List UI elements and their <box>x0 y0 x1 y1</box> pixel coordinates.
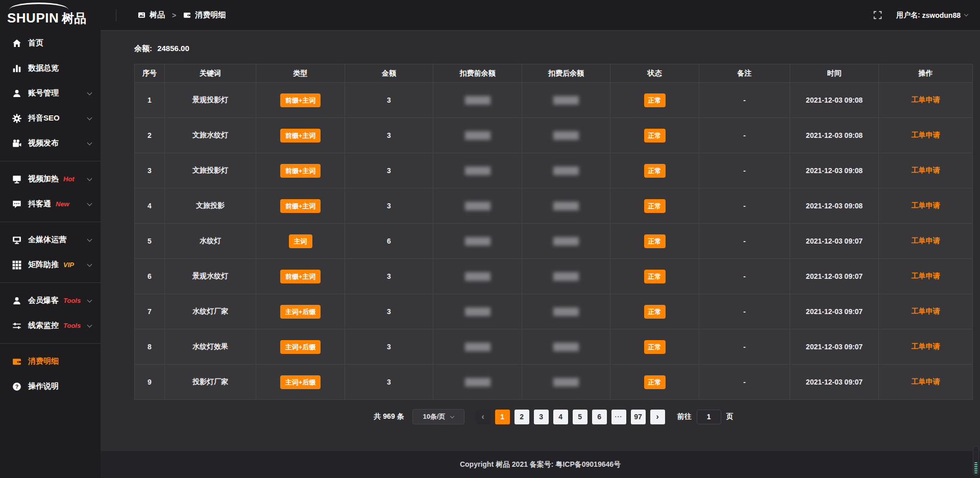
page-button-1[interactable]: 1 <box>495 410 510 424</box>
sidebar-item-tag: VIP <box>63 261 74 269</box>
ticket-apply-link[interactable]: 工单申请 <box>912 95 940 104</box>
page-button-6[interactable]: 6 <box>592 410 607 424</box>
cell-balance-before <box>433 153 522 188</box>
more-pages-button[interactable]: ··· <box>611 410 626 424</box>
cell-action: 工单申请 <box>879 294 973 329</box>
consumption-table: 序号关键词类型金额扣费前余额扣费后余额状态备注时间操作 1景观投影灯前缀+主词3… <box>134 64 973 400</box>
sidebar-menu: 首页数据总览账号管理抖音SEO视频发布视频加热Hot抖客通New全媒体运营矩阵助… <box>0 31 101 399</box>
chevron-down-icon <box>450 414 454 418</box>
sidebar-item-lead-monitor[interactable]: 线索监控Tools <box>0 313 101 338</box>
chevron-down-icon <box>87 115 92 120</box>
floating-side-widget[interactable] <box>973 446 979 475</box>
sidebar-item-home[interactable]: 首页 <box>0 31 101 56</box>
brand-logo[interactable]: SHUPIN 树品 <box>0 0 101 28</box>
cell-status: 正常 <box>610 259 699 294</box>
widget-stripes <box>974 462 977 473</box>
cell-amount: 3 <box>345 188 433 224</box>
cell-remark: - <box>699 118 790 153</box>
cell-keyword: 水纹灯 <box>165 224 256 259</box>
sidebar-item-label: 首页 <box>28 38 43 48</box>
chevron-left-icon: ‹ <box>481 412 484 421</box>
sidebar-item-data-overview[interactable]: 数据总览 <box>0 56 101 81</box>
ticket-apply-link[interactable]: 工单申请 <box>912 131 940 139</box>
sidebar-item-label: 线索监控 <box>28 321 59 330</box>
ticket-apply-link[interactable]: 工单申请 <box>912 342 940 350</box>
sidebar-item-label: 会员爆客 <box>28 296 59 305</box>
fullscreen-icon[interactable] <box>873 11 882 19</box>
chevron-down-icon <box>87 236 92 242</box>
cell-amount: 3 <box>345 153 433 188</box>
cell-time: 2021-12-03 09:07 <box>790 294 879 329</box>
topbar-right: 用户名: zswodun88 <box>873 11 968 20</box>
wallet-icon <box>183 11 191 19</box>
prev-page-button[interactable]: ‹ <box>476 410 491 424</box>
grid-icon <box>12 260 21 270</box>
sidebar-item-label: 视频加热 <box>28 174 59 184</box>
cell-amount: 3 <box>345 294 433 329</box>
logo-arc <box>9 3 68 10</box>
sidebar-divider <box>0 343 101 344</box>
masked-value <box>465 307 491 316</box>
page-button-3[interactable]: 3 <box>534 410 549 424</box>
ticket-apply-link[interactable]: 工单申请 <box>912 377 940 386</box>
ticket-apply-link[interactable]: 工单申请 <box>912 236 940 245</box>
masked-value <box>553 96 579 105</box>
breadcrumb-item-brand[interactable]: 树品 <box>138 10 165 20</box>
masked-value <box>465 237 491 246</box>
cell-balance-after <box>522 83 610 118</box>
cell-balance-after <box>522 153 610 188</box>
cell-remark: - <box>699 365 790 400</box>
user-icon <box>12 89 21 98</box>
main-content: 余额: 24856.00 序号关键词类型金额扣费前余额扣费后余额状态备注时间操作… <box>101 31 980 451</box>
jump-suffix-label: 页 <box>726 412 733 421</box>
sidebar-item-video-heating[interactable]: 视频加热Hot <box>0 166 101 192</box>
sidebar-item-operation-guide[interactable]: ?操作说明 <box>0 374 101 399</box>
topbar: 树品>消费明细 用户名: zswodun88 <box>101 0 980 31</box>
cell-amount: 3 <box>345 83 433 118</box>
page-size-select[interactable]: 10条/页 <box>412 409 464 424</box>
cell-index: 9 <box>135 365 165 400</box>
table-row: 7水纹灯厂家主词+后缀3正常-2021-12-03 09:07工单申请 <box>135 294 973 329</box>
home-icon <box>12 39 21 48</box>
sidebar-item-matrix-boost[interactable]: 矩阵助推VIP <box>0 252 101 277</box>
ticket-apply-link[interactable]: 工单申请 <box>912 201 940 209</box>
sidebar-item-douyin-seo[interactable]: 抖音SEO <box>0 106 101 131</box>
bar-chart-icon <box>12 64 21 73</box>
page-button-4[interactable]: 4 <box>553 410 568 424</box>
cell-remark: - <box>699 329 790 365</box>
sidebar-item-account-management[interactable]: 账号管理 <box>0 81 101 106</box>
topbar-divider <box>116 9 116 21</box>
cell-index: 1 <box>135 83 165 118</box>
sidebar-item-douketong[interactable]: 抖客通New <box>0 192 101 217</box>
breadcrumb-item-consumption-detail[interactable]: 消费明细 <box>183 10 226 20</box>
jump-page-input[interactable] <box>697 410 721 424</box>
sidebar-item-consumption-detail[interactable]: 消费明细 <box>0 349 101 374</box>
next-page-button[interactable]: › <box>650 410 665 424</box>
ticket-apply-link[interactable]: 工单申请 <box>912 272 940 280</box>
cell-balance-before <box>433 118 522 153</box>
masked-value <box>465 272 491 281</box>
type-badge: 主词+后缀 <box>280 305 321 319</box>
ticket-apply-link[interactable]: 工单申请 <box>912 307 940 315</box>
cell-type: 前缀+主词 <box>256 153 345 188</box>
masked-value <box>465 131 491 140</box>
user-dropdown[interactable]: 用户名: zswodun88 <box>896 11 968 20</box>
ticket-apply-link[interactable]: 工单申请 <box>912 166 940 174</box>
masked-value <box>553 202 579 210</box>
masked-value <box>553 378 579 387</box>
cell-balance-after <box>522 294 610 329</box>
page-button-2[interactable]: 2 <box>514 410 529 424</box>
image-icon <box>138 11 145 19</box>
sidebar-item-video-publish[interactable]: 视频发布 <box>0 131 101 156</box>
type-badge: 前缀+主词 <box>280 93 321 107</box>
sidebar-item-member-baoke[interactable]: 会员爆客Tools <box>0 288 101 313</box>
sidebar-item-omni-media[interactable]: 全媒体运营 <box>0 227 101 252</box>
cell-type: 主词+后缀 <box>256 365 345 400</box>
sidebar-item-label: 全媒体运营 <box>28 235 66 245</box>
page-button-97[interactable]: 97 <box>631 410 646 424</box>
table-row: 3文旅投影灯前缀+主词3正常-2021-12-03 09:08工单申请 <box>135 153 973 188</box>
cell-status: 正常 <box>610 83 699 118</box>
page-button-5[interactable]: 5 <box>573 410 587 424</box>
sidebar-item-tag: Hot <box>63 175 75 183</box>
jump-prefix-label: 前往 <box>677 412 692 421</box>
